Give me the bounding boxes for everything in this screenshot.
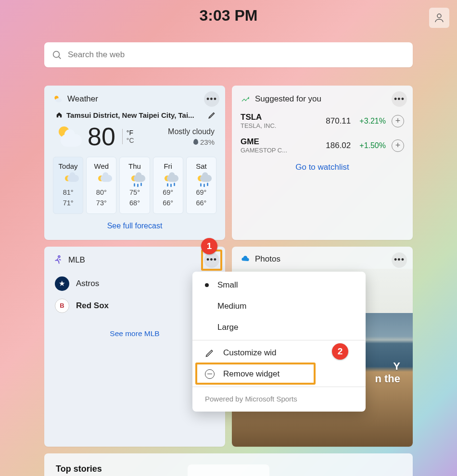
forecast-low: 66° [188,198,215,209]
sports-icon [53,255,63,265]
weather-title: Weather [67,94,98,104]
forecast-day-icon [161,173,175,185]
forecast-day-icon [62,173,75,185]
stocks-more-button[interactable]: ••• [392,91,407,107]
forecast-high: 69° [154,188,182,198]
team-name: Astros [76,279,99,288]
home-icon [56,112,63,118]
menu-powered-by: Powered by Microsoft Sports [192,389,366,404]
weather-summary: Mostly cloudy [168,127,215,136]
annotation-callout-2: 2 [332,343,348,360]
refresh-handle[interactable] [188,464,269,476]
temperature-unit-toggle[interactable]: °F °C [122,129,134,144]
widgets-panel: 3:03 PM Weather ••• Tamsui District, New… [0,0,457,476]
pencil-icon [205,348,215,358]
forecast-day-icon [95,173,108,185]
weather-icon [53,94,63,104]
forecast-day[interactable]: Wed80°73° [86,157,116,214]
weather-more-button[interactable]: ••• [204,91,219,107]
stock-row[interactable]: GMEGAMESTOP C...186.02+1.50%+ [241,137,404,154]
user-icon [433,12,445,24]
search-input[interactable] [68,50,406,60]
annotation-callout-1: 1 [201,238,217,254]
forecast-day[interactable]: Today81°71° [53,157,83,214]
go-to-watchlist-link[interactable]: Go to watchlist [295,163,349,172]
forecast-day-icon [128,173,141,185]
stock-symbol: GME [241,137,287,147]
forecast-day[interactable]: Thu75°68° [119,157,150,214]
menu-size-small[interactable]: Small [192,275,366,296]
menu-remove-widget[interactable]: Remove widget [192,363,366,385]
redsox-logo-icon: B [55,299,69,313]
forecast-high: 81° [54,188,82,198]
add-stock-button[interactable]: + [392,115,404,127]
stocks-title: Suggested for you [255,94,321,104]
stock-name: GAMESTOP C... [241,147,287,154]
edit-location-icon[interactable] [208,111,216,119]
svg-line-2 [59,57,61,59]
menu-separator [192,340,366,340]
forecast-day-icon [194,173,208,185]
forecast-day[interactable]: Sat69°66° [186,157,216,214]
humidity-icon [193,139,198,145]
forecast-low: 71° [54,198,82,209]
stock-change: +3.21% [359,117,386,125]
remove-icon [205,369,215,379]
svg-point-4 [55,98,62,102]
current-weather-icon [55,125,84,149]
onedrive-icon [241,254,250,264]
game-team-row[interactable]: ★ Astros 3 [55,273,215,295]
forecast-day-name: Sat [188,162,215,170]
forecast-high: 69° [188,188,215,198]
see-more-mlb-link[interactable]: See more MLB [110,329,159,338]
stock-name: TESLA, INC. [241,122,276,129]
forecast-day-name: Thu [121,162,148,170]
forecast-day-name: Wed [88,162,115,170]
forecast-day[interactable]: Fri69°66° [153,157,183,214]
mlb-more-button[interactable]: ••• [204,252,219,268]
stocks-widget: Suggested for you ••• TSLATESLA, INC.870… [232,86,413,240]
svg-point-5 [58,255,60,257]
menu-size-large[interactable]: Large [192,317,366,338]
menu-size-medium[interactable]: Medium [192,296,366,317]
weather-location: Tamsui District, New Taipei City, Tai... [66,111,194,119]
forecast-low: 73° [88,198,115,209]
svg-point-1 [53,51,60,58]
user-avatar-button[interactable] [429,8,449,28]
forecast-day-name: Fri [154,162,182,170]
forecast-row: Today81°71°Wed80°73°Thu75°68°Fri69°66°Sa… [53,157,216,214]
mlb-title: MLB [68,255,85,265]
forecast-high: 80° [88,188,115,198]
forecast-low: 66° [154,198,182,209]
add-stock-button[interactable]: + [392,139,404,152]
forecast-high: 75° [121,188,148,198]
search-bar[interactable] [44,42,413,67]
trend-up-icon [241,94,250,104]
weather-widget: Weather ••• Tamsui District, New Taipei … [44,86,225,240]
clock: 3:03 PM [0,7,457,25]
stock-symbol: TSLA [241,113,276,122]
forecast-day-name: Today [54,162,82,170]
widget-context-menu: Small Medium Large Customize wid Remove … [192,272,366,412]
stock-price: 186.02 [326,141,351,150]
stock-price: 870.11 [326,116,351,126]
svg-point-0 [437,14,441,18]
stock-change: +1.50% [359,141,386,150]
selected-dot-icon [205,283,209,287]
current-temperature: 80 [88,124,115,149]
forecast-low: 68° [121,198,148,209]
weather-humidity: 23% [168,138,215,146]
team-name: Red Sox [76,301,109,311]
see-full-forecast-link[interactable]: See full forecast [107,222,163,230]
photos-title: Photos [255,254,280,264]
astros-logo-icon: ★ [55,276,69,291]
stocks-list: TSLATESLA, INC.870.11+3.21%+GMEGAMESTOP … [241,113,404,154]
search-icon [51,50,62,60]
menu-separator [192,387,366,387]
game-team-row[interactable]: B Red Sox 12 [55,295,215,317]
stock-row[interactable]: TSLATESLA, INC.870.11+3.21%+ [241,113,404,129]
photos-more-button[interactable]: ••• [392,252,407,268]
